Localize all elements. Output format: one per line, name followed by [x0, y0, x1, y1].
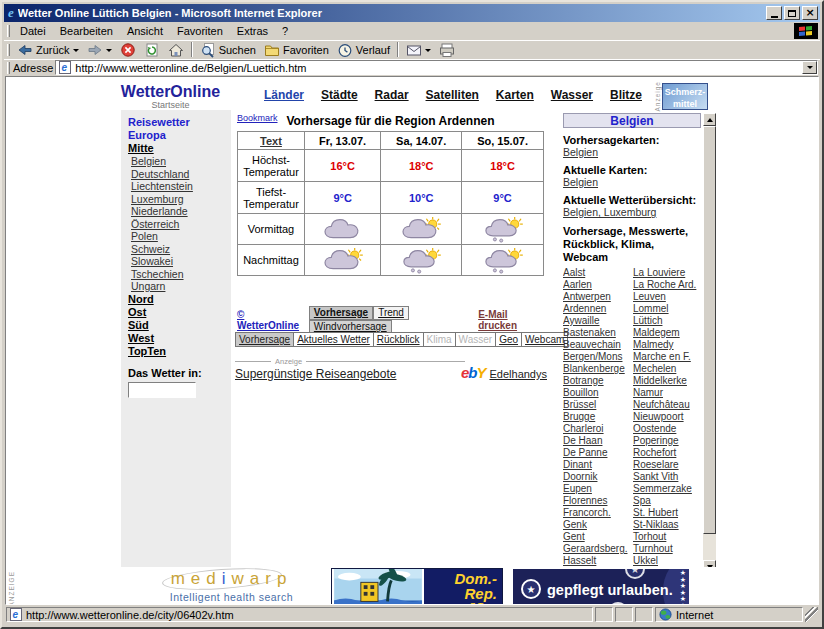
- ebay-logo[interactable]: ebYEdelhandys: [461, 364, 547, 381]
- city-link[interactable]: Sankt Vith: [633, 471, 701, 483]
- resize-grip[interactable]: [805, 607, 818, 622]
- forecast-view-button[interactable]: Vorhersage: [309, 306, 373, 320]
- section-tab[interactable]: Wasser: [456, 332, 497, 347]
- city-link[interactable]: Dinant: [563, 459, 633, 471]
- sidebar-country-link[interactable]: Österreich: [131, 218, 231, 231]
- sidebar-region-link[interactable]: West: [128, 332, 231, 345]
- city-link[interactable]: St-Niklaas: [633, 519, 701, 531]
- minimize-button[interactable]: [766, 6, 782, 20]
- city-link[interactable]: Blankenberge: [563, 363, 633, 375]
- edelhandys-link[interactable]: Edelhandys: [490, 368, 548, 380]
- top-nav-link[interactable]: Karten: [496, 88, 534, 102]
- panel-scrollbar[interactable]: [703, 113, 716, 573]
- print-button[interactable]: [435, 41, 459, 58]
- sidebar-country-link[interactable]: Luxemburg: [131, 193, 231, 206]
- city-link[interactable]: Antwerpen: [563, 291, 633, 303]
- city-link[interactable]: Bouillon: [563, 387, 633, 399]
- sidebar-country-link[interactable]: Belgien: [131, 155, 231, 168]
- city-link[interactable]: Ardennen: [563, 303, 633, 315]
- top-nav-link[interactable]: Städte: [321, 88, 358, 102]
- section-tab[interactable]: Rückblick: [374, 332, 424, 347]
- section-link[interactable]: Belgien: [563, 146, 598, 158]
- city-link[interactable]: Beauvechain: [563, 339, 633, 351]
- menu-item[interactable]: Datei: [13, 24, 53, 38]
- city-link[interactable]: Genk: [563, 519, 633, 531]
- city-link[interactable]: Botrange: [563, 375, 633, 387]
- sidebar-region-link[interactable]: Nord: [128, 293, 231, 306]
- city-search-input[interactable]: [128, 382, 196, 398]
- city-link[interactable]: Turnhout: [633, 543, 701, 555]
- back-button[interactable]: Zurück: [13, 41, 83, 58]
- section-tab[interactable]: Webcam: [522, 332, 568, 347]
- sidebar-group-mitte[interactable]: Mitte: [128, 142, 231, 155]
- city-link[interactable]: Spa: [633, 495, 701, 507]
- section-link[interactable]: Belgien: [563, 176, 598, 188]
- section-tab[interactable]: Vorhersage: [235, 332, 294, 347]
- urlaub-banner[interactable]: ★ ★ ★ gepflegt urlauben. ★★★★★★: [513, 569, 689, 605]
- top-nav-link[interactable]: Blitze: [610, 88, 642, 102]
- city-link[interactable]: Aywaille: [563, 315, 633, 327]
- menu-item[interactable]: ?: [275, 24, 295, 38]
- city-link[interactable]: Ukkel: [633, 555, 701, 567]
- menu-item[interactable]: Ansicht: [120, 24, 170, 38]
- wetteronline-copyright-link[interactable]: © WetterOnline: [237, 309, 304, 331]
- stop-button[interactable]: [116, 41, 140, 58]
- city-link[interactable]: Semmerzake: [633, 483, 701, 495]
- scrollbar-thumb[interactable]: [703, 126, 716, 534]
- city-link[interactable]: Oostende: [633, 423, 701, 435]
- domrep-banner[interactable]: Dom.-Rep. 7 Tage ab 888,- DM: [331, 568, 503, 605]
- sidebar-country-link[interactable]: Ungarn: [131, 280, 231, 293]
- sidebar-featured-link[interactable]: Europa: [128, 129, 231, 142]
- city-link[interactable]: Malmedy: [633, 339, 701, 351]
- refresh-button[interactable]: [140, 41, 164, 58]
- header-ad[interactable]: Anzeige Schmerz- mittel: [654, 81, 708, 112]
- sidebar-country-link[interactable]: Tschechien: [131, 268, 231, 281]
- city-link[interactable]: Eupen: [563, 483, 633, 495]
- city-link[interactable]: Hasselt: [563, 555, 633, 567]
- city-link[interactable]: Maldegem: [633, 327, 701, 339]
- schmerzmittel-ad[interactable]: Schmerz- mittel: [662, 83, 708, 110]
- city-link[interactable]: Aarlen: [563, 279, 633, 291]
- menu-gripper[interactable]: [7, 25, 10, 37]
- scroll-up-button[interactable]: [703, 113, 716, 126]
- city-link[interactable]: Marche en F.: [633, 351, 701, 363]
- history-button[interactable]: Verlauf: [333, 41, 394, 58]
- maximize-button[interactable]: [784, 6, 800, 20]
- sidebar-country-link[interactable]: Deutschland: [131, 168, 231, 181]
- city-link[interactable]: Bastenaken: [563, 327, 633, 339]
- search-button[interactable]: Suchen: [196, 41, 260, 58]
- sidebar-region-link[interactable]: Süd: [128, 319, 231, 332]
- city-link[interactable]: Gent: [563, 531, 633, 543]
- travel-offer-link[interactable]: Supergünstige Reiseangebote: [235, 367, 396, 381]
- city-link[interactable]: De Panne: [563, 447, 633, 459]
- top-nav-link[interactable]: Länder: [264, 88, 304, 102]
- mail-dropdown-icon[interactable]: [425, 49, 431, 55]
- city-link[interactable]: De Haan: [563, 435, 633, 447]
- city-link[interactable]: St. Hubert: [633, 507, 701, 519]
- sidebar-country-link[interactable]: Liechtenstein: [131, 180, 231, 193]
- menu-item[interactable]: Bearbeiten: [53, 24, 120, 38]
- forward-button[interactable]: [83, 41, 116, 58]
- sidebar-country-link[interactable]: Schweiz: [131, 243, 231, 256]
- city-link[interactable]: Mechelen: [633, 363, 701, 375]
- home-button[interactable]: [164, 41, 188, 58]
- address-field[interactable]: e http://www.wetteronline.de/Belgien/Lue…: [55, 60, 818, 75]
- section-tab[interactable]: Klima: [424, 332, 456, 347]
- top-nav-link[interactable]: Radar: [375, 88, 409, 102]
- city-link[interactable]: Roeselare: [633, 459, 701, 471]
- title-bar[interactable]: e Wetter Online Lüttich Belgien - Micros…: [4, 4, 820, 22]
- address-dropdown-button[interactable]: [802, 61, 817, 74]
- city-link[interactable]: Geraardsberg.: [563, 543, 633, 555]
- city-link[interactable]: Charleroi: [563, 423, 633, 435]
- sidebar-featured-link[interactable]: Reisewetter: [128, 116, 231, 129]
- sidebar-country-link[interactable]: Slowakei: [131, 255, 231, 268]
- sidebar-region-link[interactable]: TopTen: [128, 345, 231, 358]
- mail-button[interactable]: [402, 41, 435, 58]
- city-link[interactable]: Brugge: [563, 411, 633, 423]
- wetteronline-logo[interactable]: WetterOnline Startseite: [118, 83, 223, 110]
- menu-item[interactable]: Extras: [230, 24, 275, 38]
- section-tab[interactable]: Aktuelles Wetter: [294, 332, 374, 347]
- sidebar-region-link[interactable]: Ost: [128, 306, 231, 319]
- section-link[interactable]: Belgien, Luxemburg: [563, 206, 656, 218]
- favorites-button[interactable]: Favoriten: [260, 41, 333, 58]
